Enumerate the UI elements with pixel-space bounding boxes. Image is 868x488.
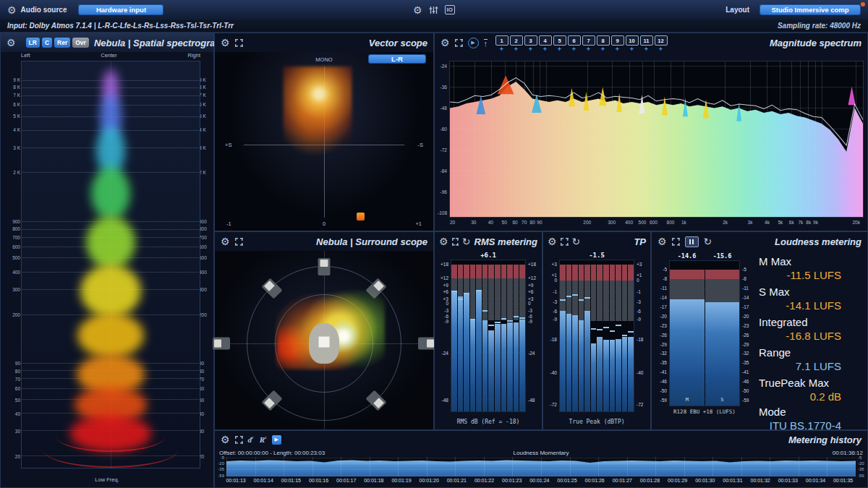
pause-icon[interactable]: [685, 236, 699, 247]
meter-gray-zone: [495, 278, 501, 320]
reset-icon[interactable]: ↻: [572, 236, 581, 247]
spectrum-display[interactable]: [449, 61, 864, 218]
freq-tick: 20k: [852, 220, 859, 225]
band-button-8[interactable]: 8: [597, 35, 610, 46]
band-add-icon[interactable]: +: [587, 46, 590, 52]
channel-button-ovr[interactable]: Ovr: [72, 38, 89, 48]
scale-tick: -11: [660, 285, 667, 290]
gear-icon[interactable]: ⚙: [441, 38, 450, 48]
second-gridline: [341, 457, 341, 476]
snap-to-top-icon[interactable]: ↑: [484, 39, 488, 47]
second-gridline: [770, 457, 770, 476]
gear-icon[interactable]: ⚙: [439, 236, 448, 247]
meter-channel: [470, 260, 476, 411]
scale-tick: -23: [742, 322, 749, 328]
play-nav-icon[interactable]: ▶: [468, 38, 479, 48]
channel-button-rer[interactable]: Rer: [54, 38, 70, 48]
gear-icon[interactable]: ⚙: [7, 38, 16, 48]
meter-bar: [458, 296, 464, 411]
meter-red-zone: [476, 265, 482, 278]
history-mode-label: Loudness Momentary: [514, 450, 569, 456]
band-button-6[interactable]: 6: [568, 35, 581, 46]
gear-icon[interactable]: ⚙: [221, 435, 230, 445]
gear-icon[interactable]: ⚙: [221, 38, 230, 48]
gear-icon[interactable]: ⚙: [7, 5, 17, 15]
vector-mode-button[interactable]: L-R: [368, 54, 426, 64]
band-button-10[interactable]: 10: [626, 35, 639, 46]
channel-button-lr[interactable]: LR: [26, 38, 40, 48]
meter-red-zone: [705, 270, 740, 279]
band-add-icon[interactable]: +: [558, 46, 561, 52]
scale-tick: -8: [742, 276, 746, 281]
band-3: 3+: [524, 35, 537, 52]
scale-tick: -6: [444, 314, 448, 319]
reset-icon[interactable]: ↻: [704, 236, 712, 247]
surround-display[interactable]: [215, 251, 433, 429]
band-button-9[interactable]: 9: [611, 35, 624, 46]
channel-faders-icon[interactable]: [429, 6, 438, 14]
second-gridline: [255, 457, 256, 476]
freq-label: 20: [1, 454, 20, 459]
scale-tick: -26: [742, 332, 749, 337]
top-center-tools: ⚙ IO: [413, 5, 455, 15]
band-button-1[interactable]: 1: [495, 35, 509, 46]
meter-bar: [464, 294, 469, 411]
band-add-icon[interactable]: +: [630, 46, 634, 52]
band-add-icon[interactable]: +: [529, 46, 532, 52]
spectrogram-display[interactable]: [21, 61, 200, 468]
band-add-icon[interactable]: +: [543, 46, 547, 52]
band-button-11[interactable]: 11: [640, 35, 653, 46]
fullscreen-icon[interactable]: [235, 436, 243, 444]
fullscreen-icon[interactable]: [235, 238, 243, 246]
band-button-12[interactable]: 12: [655, 35, 668, 46]
history-tool-icon[interactable]: dc: [248, 435, 254, 444]
band-7: 7+: [582, 35, 595, 52]
meter-red-zone: [591, 265, 597, 281]
history-tool-icon[interactable]: Rc: [260, 435, 267, 444]
gear-icon[interactable]: ⚙: [221, 236, 230, 247]
band-add-icon[interactable]: +: [616, 46, 619, 52]
meter-channel: [514, 260, 519, 411]
history-scale-tick: -20: [218, 461, 224, 466]
time-label: 00:01:21: [447, 478, 467, 483]
fullscreen-icon[interactable]: [235, 39, 243, 47]
meter-gray-zone: [482, 278, 488, 320]
vector-scope-display[interactable]: MONO L-R +S -S -1 0 +1: [215, 52, 433, 231]
history-play-icon[interactable]: ▶: [272, 435, 281, 445]
second-gridline: [398, 457, 399, 476]
freq-label: 300: [1, 286, 20, 291]
meter-bar: [495, 324, 501, 412]
band-add-icon[interactable]: +: [644, 46, 648, 52]
freq-label: 400: [1, 269, 20, 274]
history-chart[interactable]: [226, 457, 856, 476]
meter-bar: [514, 322, 519, 411]
scale-tick: -40: [550, 370, 557, 375]
second-gridline: [312, 457, 313, 476]
band-add-icon[interactable]: +: [572, 46, 576, 52]
audio-source-label: Audio source: [21, 6, 67, 14]
magnitude-spectrum-panel: ⚙ ▶ ↑ Magnitude spectrum 1+2+3+4+5+6+7+8…: [434, 33, 868, 231]
meter-channel: [458, 260, 464, 411]
gear-icon[interactable]: ⚙: [658, 236, 667, 247]
io-icon[interactable]: IO: [445, 5, 455, 14]
fullscreen-icon[interactable]: [455, 39, 463, 47]
band-button-4[interactable]: 4: [539, 35, 552, 46]
band-add-icon[interactable]: +: [659, 46, 663, 52]
gear-icon[interactable]: ⚙: [548, 236, 557, 247]
hardware-input-button[interactable]: Hardware input: [78, 4, 163, 15]
loudness-channel: S: [705, 261, 740, 406]
band-add-icon[interactable]: +: [514, 46, 518, 52]
band-button-3[interactable]: 3: [524, 35, 537, 46]
fullscreen-icon[interactable]: [452, 238, 459, 246]
layout-preset-button[interactable]: Studio Immersive comp: [760, 4, 861, 15]
band-add-icon[interactable]: +: [601, 46, 605, 52]
band-button-2[interactable]: 2: [510, 35, 523, 46]
band-button-7[interactable]: 7: [582, 35, 595, 46]
fullscreen-icon[interactable]: [561, 238, 569, 246]
channel-button-c[interactable]: C: [42, 38, 52, 48]
fullscreen-icon[interactable]: [672, 238, 680, 246]
gear-icon[interactable]: ⚙: [413, 5, 422, 15]
reset-icon[interactable]: ↻: [462, 236, 471, 247]
band-add-icon[interactable]: +: [500, 46, 503, 52]
band-button-5[interactable]: 5: [553, 35, 566, 46]
